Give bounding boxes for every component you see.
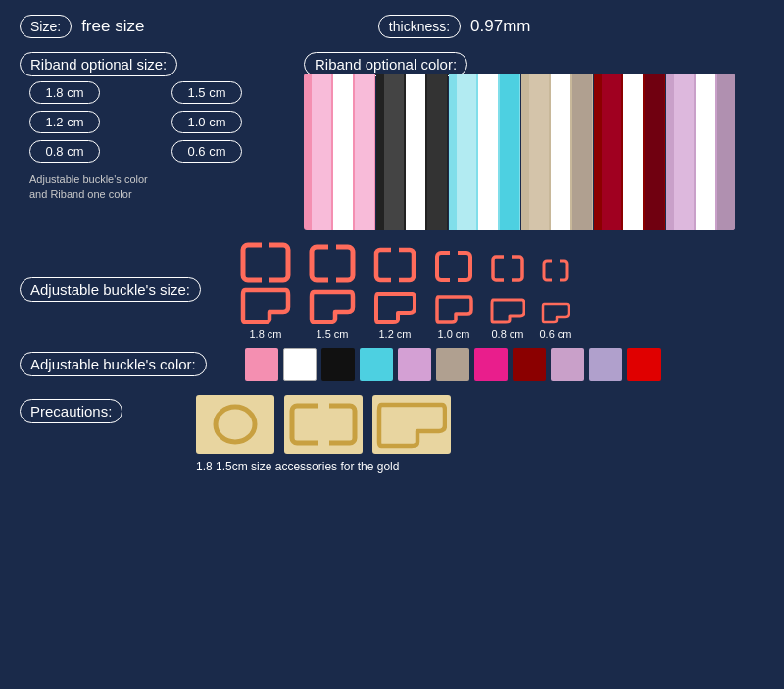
swatch-white[interactable] — [283, 348, 317, 381]
header-row: Size: free size thickness: 0.97mm — [20, 15, 764, 38]
svg-rect-35 — [552, 258, 560, 283]
swatch-lavender[interactable] — [589, 348, 622, 381]
svg-rect-1 — [312, 74, 331, 230]
thickness-value: 0.97mm — [470, 17, 530, 36]
buckle-bot-5 — [537, 301, 574, 324]
precautions-label: Precautions: — [20, 399, 122, 423]
riband-note: Adjustable buckle's colorand Riband one … — [29, 172, 304, 203]
swatch-teal[interactable] — [360, 348, 393, 381]
gold-note: 1.8 1.5cm size accessories for the gold — [196, 460, 399, 473]
gold-hook-buckle — [372, 395, 451, 454]
riband-color-image — [304, 74, 735, 230]
color-swatches — [245, 348, 661, 381]
svg-rect-15 — [572, 74, 592, 230]
svg-rect-29 — [391, 247, 399, 283]
gold-row — [196, 395, 451, 454]
buckle-label-2: 1.2 cm — [368, 328, 421, 340]
buckle-color-section: Adjustable buckle's color: — [20, 348, 764, 381]
svg-rect-27 — [328, 244, 336, 283]
svg-rect-17 — [602, 74, 621, 230]
riband-size-3[interactable]: 1.0 cm — [172, 111, 242, 133]
precautions-section: Precautions: — [20, 395, 764, 473]
buckle-size-section: Adjustable buckle's size: — [20, 242, 764, 340]
buckle-bot-3 — [429, 293, 478, 324]
buckle-top-3 — [429, 250, 478, 283]
svg-rect-3 — [355, 74, 374, 230]
buckle-visuals: 1.8 cm 1.5 cm 1.2 cm 1.0 cm 0.8 cm 0.6 c… — [235, 242, 764, 340]
svg-rect-25 — [262, 242, 270, 283]
swatch-black[interactable] — [321, 348, 355, 381]
swatch-beige[interactable] — [436, 348, 469, 381]
riband-left: Riband optional size: 1.8 cm 1.5 cm 1.2 … — [20, 56, 304, 203]
buckle-size-label-wrap: Adjustable buckle's size: — [20, 242, 235, 299]
svg-rect-11 — [500, 74, 519, 230]
buckle-bot-2 — [368, 290, 421, 324]
gold-rect-buckle — [284, 395, 363, 454]
buckle-label-5: 0.6 cm — [537, 328, 574, 340]
buckle-color-label-wrap: Adjustable buckle's color: — [20, 356, 245, 373]
size-value: free size — [81, 17, 144, 36]
buckle-color-label: Adjustable buckle's color: — [20, 352, 207, 376]
svg-rect-9 — [457, 74, 476, 230]
buckle-top-1 — [304, 244, 361, 283]
buckle-label-3: 1.0 cm — [429, 328, 478, 340]
svg-rect-22 — [696, 74, 715, 230]
buckle-bot-1 — [304, 287, 361, 324]
swatch-magenta[interactable] — [474, 348, 508, 381]
riband-size-1[interactable]: 1.5 cm — [172, 81, 242, 104]
gold-items: 1.8 1.5cm size accessories for the gold — [196, 395, 451, 473]
riband-right: Riband optional color: — [304, 56, 764, 230]
riband-color-label: Riband optional color: — [304, 52, 467, 76]
riband-size-label: Riband optional size: — [20, 52, 177, 76]
size-badge: Size: — [20, 15, 72, 38]
svg-rect-31 — [450, 250, 458, 283]
buckle-bot-4 — [486, 297, 529, 324]
riband-section: Riband optional size: 1.8 cm 1.5 cm 1.2 … — [20, 56, 764, 230]
svg-rect-33 — [504, 254, 512, 283]
svg-rect-19 — [645, 74, 664, 230]
svg-rect-13 — [529, 74, 549, 230]
svg-rect-7 — [427, 74, 447, 230]
svg-rect-23 — [717, 74, 735, 230]
buckle-top-2 — [368, 247, 421, 283]
thickness-badge: thickness: — [378, 15, 461, 38]
riband-size-0[interactable]: 1.8 cm — [29, 81, 100, 104]
svg-rect-21 — [674, 74, 694, 230]
swatch-darkred[interactable] — [513, 348, 546, 381]
svg-rect-2 — [333, 74, 353, 230]
buckle-bot-0 — [235, 285, 296, 324]
riband-size-4[interactable]: 0.8 cm — [29, 140, 100, 163]
riband-size-5[interactable]: 0.6 cm — [172, 140, 242, 163]
riband-size-2[interactable]: 1.2 cm — [29, 111, 100, 133]
svg-rect-18 — [623, 74, 643, 230]
swatch-pink[interactable] — [245, 348, 278, 381]
buckle-top-4 — [486, 254, 529, 283]
buckle-label-1: 1.5 cm — [304, 328, 361, 340]
gold-ring — [196, 395, 274, 454]
svg-rect-14 — [551, 74, 570, 230]
riband-sizes-grid: 1.8 cm 1.5 cm 1.2 cm 1.0 cm 0.8 cm 0.6 c… — [29, 81, 304, 163]
svg-rect-5 — [384, 74, 404, 230]
buckle-top-5 — [537, 258, 574, 283]
buckle-size-label: Adjustable buckle's size: — [20, 277, 201, 302]
buckle-label-4: 0.8 cm — [486, 328, 529, 340]
buckle-label-0: 1.8 cm — [235, 328, 296, 340]
svg-point-36 — [216, 407, 255, 442]
page-container: Size: free size thickness: 0.97mm Riband… — [0, 0, 784, 689]
svg-rect-38 — [318, 400, 329, 449]
swatch-red[interactable] — [627, 348, 661, 381]
svg-rect-10 — [478, 74, 498, 230]
svg-rect-6 — [406, 74, 425, 230]
swatch-purple[interactable] — [551, 348, 584, 381]
precautions-label-wrap: Precautions: — [20, 395, 196, 420]
swatch-lilac[interactable] — [398, 348, 431, 381]
buckle-top-0 — [235, 242, 296, 283]
